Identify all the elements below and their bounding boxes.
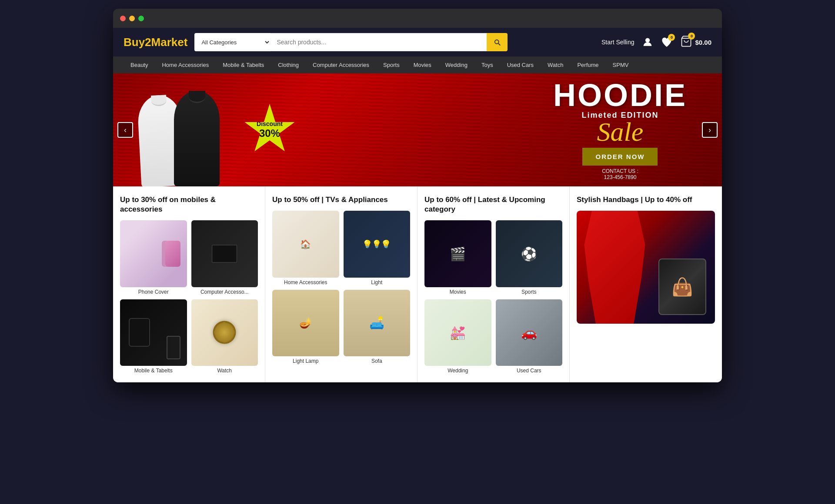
handbag-product: 👜 bbox=[658, 259, 706, 315]
close-button[interactable] bbox=[120, 16, 126, 21]
nav-item-movies[interactable]: Movies bbox=[407, 56, 438, 73]
panel-mobiles: Up to 30% off on mobiles & accessories P… bbox=[113, 186, 265, 382]
cat-item-usedcars[interactable]: 🚗 Used Cars bbox=[496, 299, 563, 374]
wedding-label: Wedding bbox=[424, 368, 491, 374]
panel-latest: Up to 60% off | Latest & Upcoming catego… bbox=[418, 186, 570, 382]
computer-acc-label: Computer Accesso... bbox=[191, 289, 258, 295]
header-actions: Start Selling 0 bbox=[601, 35, 711, 49]
nav-item-usedcars[interactable]: Used Cars bbox=[500, 56, 541, 73]
watch-image bbox=[191, 299, 258, 366]
minimize-button[interactable] bbox=[129, 16, 135, 21]
cart-icon-wrap: 0 bbox=[680, 35, 692, 49]
cat-item-wedding[interactable]: 💒 Wedding bbox=[424, 299, 491, 374]
watch-label: Watch bbox=[191, 368, 258, 374]
phone-cover-label: Phone Cover bbox=[120, 289, 187, 295]
cat-item-phone-cover[interactable]: Phone Cover bbox=[120, 220, 187, 295]
panel-handbags: Stylish Handbags | Up to 40% off 👜 bbox=[570, 186, 722, 382]
discount-percent: 30% bbox=[259, 127, 280, 139]
nav-item-home-accessories[interactable]: Home Accessories bbox=[155, 56, 216, 73]
panel-latest-grid: 🎬 Movies ⚽ Sports 💒 Wed bbox=[424, 220, 562, 374]
movies-label: Movies bbox=[424, 289, 491, 295]
wishlist-badge: 0 bbox=[668, 34, 675, 41]
nav-item-beauty[interactable]: Beauty bbox=[124, 56, 155, 73]
panel-mobiles-title: Up to 30% off on mobiles & accessories bbox=[120, 195, 258, 214]
wedding-image: 💒 bbox=[424, 299, 491, 366]
cat-item-home-acc[interactable]: 🏠 Home Accessories bbox=[272, 211, 339, 285]
category-select[interactable]: All CategoriesBeautyHome AccessoriesMobi… bbox=[194, 33, 271, 51]
panel-tvs-grid: 🏠 Home Accessories 💡💡💡 Light 🪔 bbox=[272, 211, 410, 364]
cat-item-light[interactable]: 💡💡💡 Light bbox=[344, 211, 411, 285]
order-now-button[interactable]: ORDER NOW bbox=[582, 148, 658, 166]
movies-image: 🎬 bbox=[424, 220, 491, 287]
svg-point-0 bbox=[646, 38, 650, 42]
search-wrapper: All CategoriesBeautyHome AccessoriesMobi… bbox=[194, 33, 508, 51]
handbag-image[interactable]: 👜 bbox=[577, 211, 715, 324]
light-image: 💡💡💡 bbox=[344, 211, 411, 278]
cat-item-light-lamp[interactable]: 🪔 Light Lamp bbox=[272, 290, 339, 365]
search-button[interactable] bbox=[487, 33, 508, 51]
panel-tvs: Up to 50% off | TVs & Appliances 🏠 Home … bbox=[265, 186, 418, 382]
nav-item-computer[interactable]: Computer Accessories bbox=[306, 56, 376, 73]
panel-latest-title: Up to 60% off | Latest & Upcoming catego… bbox=[424, 195, 562, 214]
cat-item-sports[interactable]: ⚽ Sports bbox=[496, 220, 563, 295]
account-button[interactable] bbox=[642, 36, 653, 48]
light-label: Light bbox=[344, 279, 411, 285]
nav-item-clothing[interactable]: Clothing bbox=[271, 56, 306, 73]
panel-tvs-title: Up to 50% off | TVs & Appliances bbox=[272, 195, 410, 205]
cat-item-computer-acc[interactable]: Computer Accesso... bbox=[191, 220, 258, 295]
hero-contact-info: CONTACT US : 123-456-7890 bbox=[553, 168, 687, 180]
usedcars-image: 🚗 bbox=[496, 299, 563, 366]
nav-item-mobile[interactable]: Mobile & Tabelts bbox=[216, 56, 271, 73]
header: Buy2Market All CategoriesBeautyHome Acce… bbox=[113, 28, 722, 56]
nav-item-wedding[interactable]: Wedding bbox=[438, 56, 474, 73]
computer-acc-image bbox=[191, 220, 258, 287]
cat-item-watch[interactable]: Watch bbox=[191, 299, 258, 374]
browser-window: Buy2Market All CategoriesBeautyHome Acce… bbox=[113, 9, 722, 382]
sofa-label: Sofa bbox=[344, 358, 411, 364]
mobile-tablets-label: Mobile & Tabelts bbox=[120, 368, 187, 374]
cart-badge: 0 bbox=[688, 33, 695, 40]
nav-item-perfume[interactable]: Perfume bbox=[570, 56, 605, 73]
account-icon bbox=[642, 36, 653, 48]
nav-bar: Beauty Home Accessories Mobile & Tabelts… bbox=[113, 56, 722, 73]
nav-item-spmv[interactable]: SPMV bbox=[606, 56, 636, 73]
cat-item-mobile-tablets[interactable]: Mobile & Tabelts bbox=[120, 299, 187, 374]
light-lamp-label: Light Lamp bbox=[272, 358, 339, 364]
carousel-next-button[interactable]: › bbox=[702, 122, 718, 138]
sofa-image: 🛋️ bbox=[344, 290, 411, 357]
nav-item-toys[interactable]: Toys bbox=[474, 56, 500, 73]
home-acc-label: Home Accessories bbox=[272, 279, 339, 285]
usedcars-label: Used Cars bbox=[496, 368, 563, 374]
sports-label: Sports bbox=[496, 289, 563, 295]
search-input[interactable] bbox=[271, 33, 487, 51]
start-selling-link[interactable]: Start Selling bbox=[601, 39, 634, 46]
hero-sale-text: Sale bbox=[553, 120, 687, 144]
cat-item-movies[interactable]: 🎬 Movies bbox=[424, 220, 491, 295]
phone-cover-image bbox=[120, 220, 187, 287]
panel-handbags-title: Stylish Handbags | Up to 40% off bbox=[577, 195, 715, 205]
site-logo[interactable]: Buy2Market bbox=[124, 36, 187, 49]
nav-item-watch[interactable]: Watch bbox=[541, 56, 570, 73]
discount-label: Discount bbox=[257, 120, 283, 127]
nav-item-sports[interactable]: Sports bbox=[376, 56, 407, 73]
search-icon bbox=[493, 38, 501, 46]
title-bar bbox=[113, 9, 722, 28]
wishlist-button[interactable]: 0 bbox=[661, 36, 672, 48]
browser-content: Buy2Market All CategoriesBeautyHome Acce… bbox=[113, 28, 722, 382]
category-panels: Up to 30% off on mobiles & accessories P… bbox=[113, 186, 722, 382]
panel-mobiles-grid: Phone Cover Computer Accesso... Mobile &… bbox=[120, 220, 258, 374]
sports-image: ⚽ bbox=[496, 220, 563, 287]
carousel-prev-button[interactable]: ‹ bbox=[117, 122, 133, 138]
handbag-person-silhouette bbox=[577, 211, 653, 324]
cart-button[interactable]: 0 $0.00 bbox=[680, 35, 711, 49]
maximize-button[interactable] bbox=[138, 16, 144, 21]
hoodie-black bbox=[174, 91, 220, 186]
cat-item-sofa[interactable]: 🛋️ Sofa bbox=[344, 290, 411, 365]
hero-title: HOODIE bbox=[553, 80, 687, 111]
mobile-tablet-image bbox=[120, 299, 187, 366]
light-lamp-image: 🪔 bbox=[272, 290, 339, 357]
hero-banner: ‹ Discount 30% bbox=[113, 73, 722, 186]
home-acc-image: 🏠 bbox=[272, 211, 339, 278]
cart-amount: $0.00 bbox=[695, 39, 711, 46]
hero-product-images bbox=[139, 91, 220, 186]
